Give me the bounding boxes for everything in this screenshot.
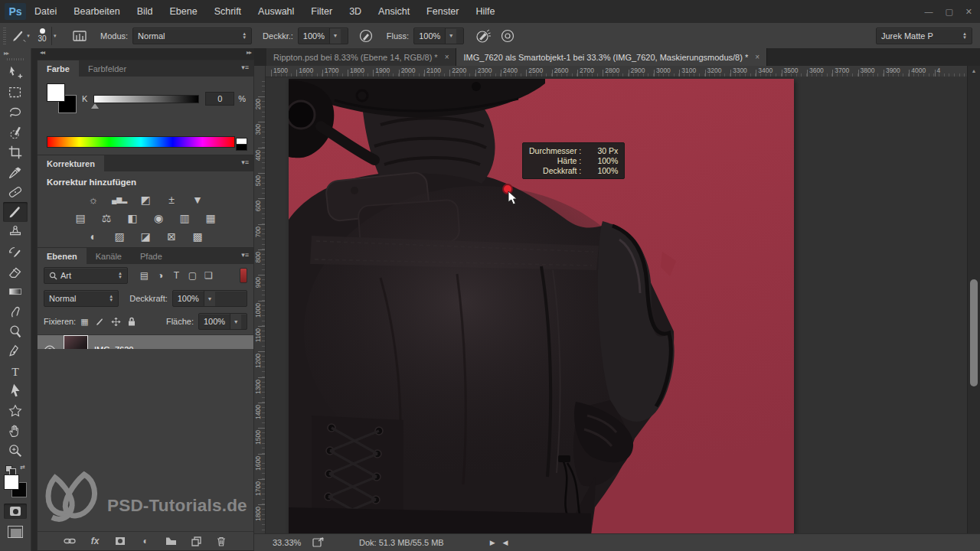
document-tab-rippton[interactable]: Rippton.psd bei 8.33% (Ebene 14, RGB/8) …: [266, 48, 456, 66]
new-group-icon[interactable]: [164, 534, 178, 548]
foreground-color-swatch[interactable]: [47, 83, 65, 102]
filter-image-icon[interactable]: ▤: [137, 270, 152, 281]
layer-styles-icon[interactable]: fx: [88, 534, 102, 548]
brightness-contrast-icon[interactable]: ☼: [86, 193, 101, 207]
k-slider-thumb[interactable]: [91, 103, 99, 109]
hand-tool[interactable]: [3, 421, 28, 441]
black-white-icon[interactable]: ◧: [125, 211, 140, 225]
pasteboard[interactable]: [794, 77, 968, 534]
toolbar-grip[interactable]: [7, 58, 24, 60]
foreground-color-swatch[interactable]: [4, 474, 19, 490]
opacity-dropdown-arrow[interactable]: ▼: [329, 28, 341, 44]
share-icon[interactable]: [312, 536, 325, 549]
filter-shape-icon[interactable]: ▢: [185, 270, 200, 281]
tab-kanaele[interactable]: Kanäle: [87, 248, 131, 264]
document-tab-img7620[interactable]: IMG_7620 als Smartobjekt-1 bei 33.3% (IM…: [456, 48, 767, 66]
panel-menu-icon[interactable]: [241, 64, 249, 71]
tab-farbfelder[interactable]: Farbfelder: [79, 60, 136, 77]
posterize-icon[interactable]: ▨: [112, 230, 127, 243]
minimize-button[interactable]: —: [924, 7, 933, 16]
spot-healing-tool[interactable]: [3, 182, 28, 202]
dock-collapse-right-icon[interactable]: ▸▸: [247, 49, 251, 60]
curves-icon[interactable]: ◩: [138, 193, 153, 207]
zoom-tool[interactable]: [3, 441, 28, 461]
scrollbar-thumb[interactable]: [970, 279, 978, 386]
invert-icon[interactable]: ◐: [86, 230, 101, 243]
delete-layer-icon[interactable]: [214, 534, 228, 548]
maximize-button[interactable]: ▢: [945, 7, 952, 17]
exposure-icon[interactable]: ±: [164, 193, 179, 207]
panel-menu-icon[interactable]: [241, 158, 249, 166]
status-expand-icon[interactable]: ▶: [490, 539, 495, 546]
zoom-level-field[interactable]: 33.33%: [273, 538, 312, 547]
toolbar-collapse-arrows[interactable]: ▸▸: [0, 48, 31, 57]
path-selection-tool[interactable]: [3, 381, 28, 401]
airbrush-icon[interactable]: [473, 27, 493, 45]
color-lookup-icon[interactable]: ▦: [203, 211, 218, 225]
menu-hilfe[interactable]: Hilfe: [468, 0, 504, 23]
gradient-map-icon[interactable]: ▩: [190, 230, 205, 243]
lock-transparency-icon[interactable]: ▦: [80, 317, 88, 327]
color-balance-icon[interactable]: ▤: [73, 211, 88, 225]
layer-fill-field[interactable]: 100% ▼: [198, 313, 247, 330]
marquee-tool[interactable]: [3, 83, 28, 103]
menu-fenster[interactable]: Fenster: [418, 0, 467, 23]
lasso-tool[interactable]: [3, 103, 28, 122]
custom-shape-tool[interactable]: [3, 401, 28, 421]
menu-schrift[interactable]: Schrift: [206, 0, 250, 23]
threshold-icon[interactable]: ◪: [138, 230, 153, 243]
close-button[interactable]: ✕: [965, 7, 972, 17]
menu-datei[interactable]: Datei: [26, 0, 65, 23]
tab-korrekturen[interactable]: Korrekturen: [38, 155, 104, 171]
channel-mixer-icon[interactable]: ▥: [177, 211, 192, 225]
menu-auswahl[interactable]: Auswahl: [250, 0, 302, 23]
blend-mode-select[interactable]: Normal ▲▼: [132, 28, 252, 44]
levels-icon[interactable]: ▄▆▂: [112, 193, 127, 207]
tab-farbe[interactable]: Farbe: [38, 60, 79, 77]
menu-ansicht[interactable]: Ansicht: [370, 0, 418, 23]
fill-dropdown-arrow[interactable]: ▼: [230, 314, 241, 329]
quick-mask-button[interactable]: [4, 504, 27, 519]
clone-stamp-tool[interactable]: [3, 222, 28, 242]
pressure-opacity-icon[interactable]: [356, 27, 376, 45]
move-tool[interactable]: [3, 63, 28, 83]
horizontal-ruler[interactable]: 1500160017001800190020002100220023002400…: [254, 66, 968, 77]
smudge-tool[interactable]: [3, 302, 28, 321]
tab-pfade[interactable]: Pfade: [131, 248, 172, 264]
opacity-field[interactable]: 100% ▼: [298, 28, 348, 44]
filter-smart-object-icon[interactable]: ❏: [201, 270, 216, 281]
crop-tool[interactable]: [3, 142, 28, 162]
menu-filter[interactable]: Filter: [302, 0, 341, 23]
swap-colors-icon[interactable]: ⇄: [5, 462, 25, 473]
dock-collapse-left-icon[interactable]: ◂◂: [40, 49, 44, 60]
layer-opacity-field[interactable]: 100% ▼: [172, 290, 247, 307]
new-adjustment-layer-icon[interactable]: ◐: [139, 534, 152, 548]
gradient-tool[interactable]: [3, 282, 28, 302]
menu-bild[interactable]: Bild: [129, 0, 162, 23]
pressure-size-icon[interactable]: [498, 27, 518, 45]
quick-selection-tool[interactable]: [3, 122, 28, 142]
eyedropper-tool[interactable]: [3, 162, 28, 182]
flow-field[interactable]: 100% ▼: [413, 28, 464, 44]
eraser-tool[interactable]: [3, 262, 28, 282]
pen-tool[interactable]: [3, 341, 28, 361]
lock-pixels-icon[interactable]: [95, 317, 105, 327]
lock-position-icon[interactable]: [111, 317, 121, 327]
link-layers-icon[interactable]: [63, 534, 77, 548]
layer-filter-switch[interactable]: [240, 268, 247, 283]
k-value-field[interactable]: 0: [205, 92, 234, 106]
hue-saturation-icon[interactable]: ⚖: [99, 211, 114, 225]
options-grip[interactable]: [2, 28, 7, 44]
photo-filter-icon[interactable]: ◉: [151, 211, 166, 225]
tab-ebenen[interactable]: Ebenen: [38, 248, 87, 264]
new-layer-icon[interactable]: [189, 534, 203, 548]
tool-preset-icon[interactable]: ▾: [10, 27, 30, 45]
filter-type-icon[interactable]: T: [169, 270, 184, 281]
color-spectrum-ramp[interactable]: [47, 136, 235, 148]
menu-bearbeiten[interactable]: Bearbeiten: [65, 0, 128, 23]
vibrance-icon[interactable]: ▼: [190, 193, 205, 207]
vertical-scrollbar[interactable]: ▲: [967, 66, 980, 534]
screen-mode-button[interactable]: [8, 526, 23, 538]
close-tab-icon[interactable]: ×: [755, 53, 760, 61]
opacity-dropdown-arrow[interactable]: ▼: [204, 291, 215, 306]
